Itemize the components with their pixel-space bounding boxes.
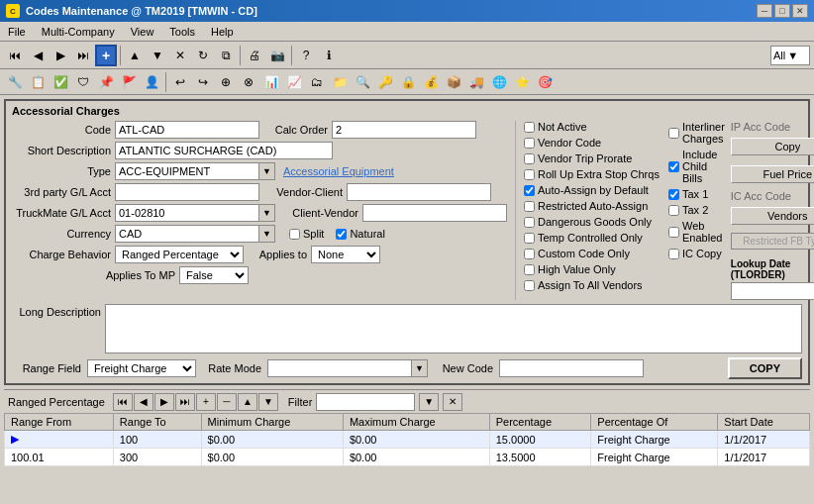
vendors-btn[interactable]: Vendors [731,207,814,225]
nav-first-btn[interactable]: ⏮ [4,45,26,66]
minimize-btn[interactable]: ─ [757,4,772,18]
cb-tax2[interactable]: Tax 2 [668,204,725,216]
long-desc-textarea[interactable] [105,304,802,353]
tb2-btn20[interactable]: 📦 [443,71,464,93]
tb2-btn1[interactable]: 🔧 [4,71,26,93]
camera-btn[interactable]: 📷 [266,45,288,66]
print-btn[interactable]: 🖨 [244,45,265,66]
charge-behavior-select[interactable]: Ranged Percentage [115,246,244,263]
nav-next-btn[interactable]: ▶ [50,45,71,66]
cb-auto-assign[interactable]: Auto-Assign by Default [524,184,662,196]
cb-roll-up-extra-stop[interactable]: Roll Up Extra Stop Chrqs [524,168,662,180]
cb-restricted-auto-assign[interactable]: Restricted Auto-Assign [524,200,662,212]
table-nav-dn[interactable]: ▼ [258,393,278,411]
filter-apply-btn[interactable]: ▼ [419,393,439,411]
table-nav-first[interactable]: ⏮ [113,393,133,411]
cb-high-value[interactable]: High Value Only [524,263,662,275]
maximize-btn[interactable]: □ [774,4,790,18]
tb2-btn23[interactable]: ⭐ [511,71,533,93]
all-dropdown[interactable]: All ▼ [770,46,810,65]
tb2-btn16[interactable]: 🔍 [352,71,373,93]
tb2-btn12[interactable]: 📊 [260,71,282,93]
type-link[interactable]: Accessorial Equipment [283,165,394,177]
fuel-price-btn[interactable]: Fuel Price [731,165,814,183]
tb2-btn19[interactable]: 💰 [420,71,442,93]
tb2-btn6[interactable]: 🚩 [118,71,140,93]
delete-btn[interactable]: ✕ [169,45,191,66]
rate-mode-browse-btn[interactable]: ▼ [412,359,428,377]
menu-view[interactable]: View [127,25,158,39]
menu-multi-company[interactable]: Multi-Company [38,25,119,39]
menu-tools[interactable]: Tools [165,25,199,39]
calc-order-input[interactable] [332,121,476,139]
table-nav-prev[interactable]: ◀ [134,393,153,411]
up-btn[interactable]: ▲ [124,45,146,66]
cb-temp-controlled[interactable]: Temp Controlled Only [524,232,662,244]
vendor-client-input[interactable] [347,183,491,201]
cb-vendor-code[interactable]: Vendor Code [524,137,662,149]
tb2-btn24[interactable]: 🎯 [534,71,556,93]
cb-dangerous-goods[interactable]: Dangerous Goods Only [524,216,662,228]
cb-assign-all-vendors[interactable]: Assign To All Vendors [524,279,662,291]
tb2-btn14[interactable]: 🗂 [306,71,328,93]
tb2-btn3[interactable]: ✅ [50,71,71,93]
cb-include-child-bills[interactable]: Include Child Bills [668,149,725,184]
code-input[interactable] [115,121,259,139]
third-party-input[interactable] [115,183,259,201]
table-nav-up[interactable]: ▲ [238,393,257,411]
range-field-select[interactable]: Freight Charge [87,359,196,377]
help-btn[interactable]: ? [295,45,317,66]
currency-input[interactable] [115,225,259,243]
table-nav-add[interactable]: + [196,393,216,411]
cb-interliner-charges[interactable]: Interliner Charges [668,121,725,145]
tb2-btn5[interactable]: 📌 [95,71,117,93]
tb2-btn15[interactable]: 📁 [329,71,351,93]
nav-prev-btn[interactable]: ◀ [27,45,49,66]
tb2-btn8[interactable]: ↩ [169,71,191,93]
copy-toolbar-btn[interactable]: ⧉ [215,45,237,66]
applies-to-mp-select[interactable]: False [179,266,249,284]
tb2-btn7[interactable]: 👤 [141,71,162,93]
close-btn[interactable]: ✕ [792,4,808,18]
filter-clear-btn[interactable]: ✕ [443,393,462,411]
truckmate-gl-input[interactable] [115,204,259,222]
table-row[interactable]: 100.01 300 $0.00 $0.00 13.5000 Freight C… [5,449,810,466]
tb2-btn9[interactable]: ↪ [192,71,214,93]
filter-input[interactable] [316,393,415,411]
down-btn[interactable]: ▼ [147,45,168,66]
truckmate-gl-browse-btn[interactable]: ▼ [259,204,275,222]
nav-last-btn[interactable]: ⏭ [72,45,94,66]
rate-mode-input[interactable] [267,359,412,377]
type-input[interactable] [115,162,259,180]
currency-browse-btn[interactable]: ▼ [259,225,275,243]
add-btn[interactable]: + [95,45,117,66]
type-browse-btn[interactable]: ▼ [259,162,275,180]
cb-tax1[interactable]: Tax 1 [668,188,725,200]
natural-checkbox[interactable] [336,229,347,240]
menu-file[interactable]: File [4,25,30,39]
info-btn[interactable]: ℹ [318,45,340,66]
cb-vendor-trip-prorate[interactable]: Vendor Trip Prorate [524,152,662,164]
refresh-btn[interactable]: ↻ [192,45,214,66]
tb2-btn21[interactable]: 🚚 [465,71,487,93]
tb2-btn17[interactable]: 🔑 [374,71,396,93]
tb2-btn13[interactable]: 📈 [283,71,305,93]
tb2-btn2[interactable]: 📋 [27,71,49,93]
tb2-btn10[interactable]: ⊕ [215,71,237,93]
tb2-btn11[interactable]: ⊗ [238,71,259,93]
cb-ic-copy[interactable]: IC Copy [668,248,725,259]
menu-help[interactable]: Help [207,25,238,39]
tb2-btn4[interactable]: 🛡 [72,71,94,93]
table-nav-del[interactable]: ─ [217,393,237,411]
table-nav-next[interactable]: ▶ [154,393,174,411]
tb2-btn18[interactable]: 🔒 [397,71,419,93]
split-checkbox[interactable] [289,229,300,240]
table-nav-last[interactable]: ⏭ [175,393,195,411]
new-code-input[interactable] [499,359,644,377]
restricted-fb-btn[interactable]: Restricted FB Types [731,233,814,250]
copy-btn[interactable]: Copy [731,138,814,155]
lookup-date-input[interactable] [732,283,814,299]
table-row[interactable]: ▶ 100 $0.00 $0.00 15.0000 Freight Charge… [5,431,810,449]
tb2-btn22[interactable]: 🌐 [488,71,510,93]
cb-custom-code[interactable]: Custom Code Only [524,248,662,259]
